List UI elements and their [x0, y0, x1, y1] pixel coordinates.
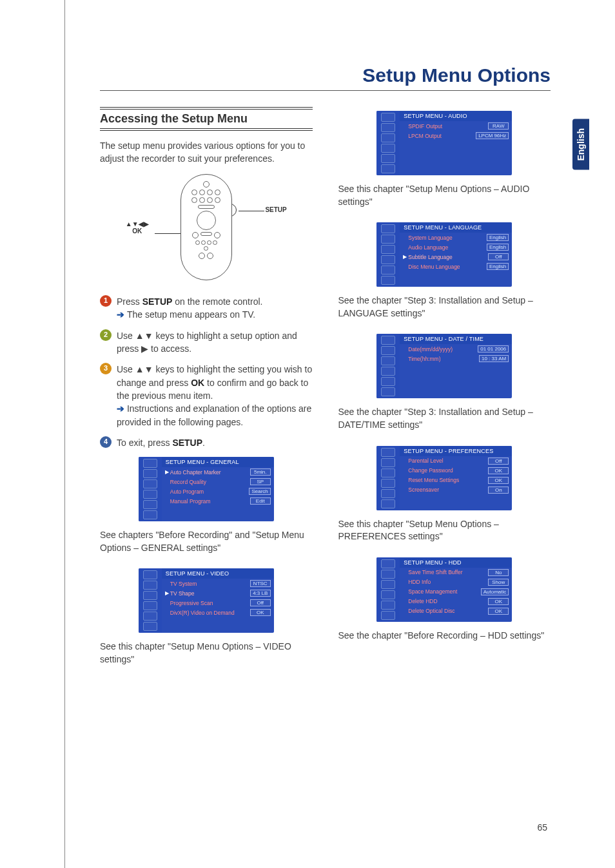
- menu-side-icon: [381, 346, 395, 355]
- step-2: 2 Use ▲▼ keys to highlight a setup optio…: [100, 329, 313, 356]
- menu-title: SETUP MENU - HDD: [400, 557, 512, 568]
- menu-side-icon: [143, 601, 157, 610]
- menu-side-icon: [381, 377, 395, 386]
- remote-dpad-icon: [197, 211, 216, 230]
- menu-side-icon: [143, 622, 157, 631]
- menu-row-empty: [400, 271, 512, 280]
- menu-side-icon: [381, 559, 395, 568]
- menu-side-icon: [381, 479, 395, 488]
- menu-sidebar: [376, 446, 400, 510]
- menu-side-icon: [381, 265, 395, 275]
- menu-row-value: English: [487, 234, 509, 241]
- menu-preferences: ☞SETUP MENU - PREFERENCESParental LevelO…: [376, 446, 512, 510]
- menu-row-value: 5min.: [250, 468, 271, 476]
- menu-row-label: Change Password: [408, 467, 488, 474]
- menu-row-label: DivX(R) Video on Demand: [170, 610, 250, 616]
- menu-row: Auto ProgramSearch: [162, 487, 274, 496]
- caption-hdd: See the chapter "Before Recording – HDD …: [338, 630, 551, 642]
- menu-row: Delete Optical DiscOK: [400, 606, 512, 616]
- menu-main: SETUP MENU - GENERAL▶Auto Chapter Marker…: [162, 457, 274, 521]
- step-1: 1 Press SETUP on the remote control. ➔ T…: [100, 295, 313, 322]
- menu-row: DivX(R) Video on DemandOK: [162, 608, 274, 617]
- menu-row-empty: [400, 372, 512, 381]
- menu-row-value: Automatic: [481, 588, 509, 595]
- page-title: Setup Menu Options: [100, 64, 551, 86]
- menu-row: LPCM OutputLPCM 96Hz: [400, 131, 512, 140]
- menu-side-icon: [381, 458, 395, 467]
- menu-row-empty: [400, 159, 512, 168]
- ok-label: OK: [132, 227, 142, 235]
- menu-row-label: Disc Menu Language: [408, 264, 487, 270]
- menu-row-empty: [400, 149, 512, 159]
- menu-row: Date(mm/dd/yyyy)01 01 2006: [400, 344, 512, 354]
- menu-sidebar: [139, 457, 162, 521]
- step-1-setup: SETUP: [142, 296, 173, 307]
- remote-setup-label: SETUP: [265, 206, 286, 213]
- menu-row-label: Record Quality: [170, 479, 250, 485]
- menu-row: Change PasswordOK: [400, 466, 512, 476]
- caption-video: See this chapter "Setup Menu Options – V…: [100, 641, 313, 666]
- menu-side-icon: [381, 611, 395, 620]
- menu-row-value: OK: [488, 608, 509, 615]
- menu-side-icon: [143, 459, 157, 468]
- step-1-bullet: 1: [100, 295, 112, 307]
- menu-side-icon: [381, 224, 395, 233]
- menu-side-icon: [381, 580, 395, 589]
- menu-side-icon: [381, 123, 395, 132]
- right-column: ☞SETUP MENU - AUDIOSPDIF OutputRAWLPCM O…: [338, 107, 551, 680]
- columns: Accessing the Setup Menu The setup menu …: [100, 107, 551, 680]
- menu-side-icon: [143, 591, 157, 600]
- menu-main: SETUP MENU - VIDEOTV SystemNTSC▶TV Shape…: [162, 568, 274, 633]
- menu-row-value: NTSC: [250, 580, 271, 587]
- menu-row-label: TV Shape: [170, 590, 250, 597]
- menu-side-icon: [143, 490, 157, 499]
- step-2-text-c: to access.: [148, 343, 191, 354]
- menu-title: SETUP MENU - DATE / TIME: [400, 334, 512, 344]
- menu-side-icon: [143, 500, 157, 509]
- menu-audio: ☞SETUP MENU - AUDIOSPDIF OutputRAWLPCM O…: [376, 111, 512, 175]
- menu-title: SETUP MENU - PREFERENCES: [400, 446, 512, 456]
- page-number: 65: [537, 822, 547, 833]
- menu-row-label: Subtitle Language: [408, 254, 488, 260]
- menu-row-empty: [400, 363, 512, 372]
- menu-row-label: Delete HDD: [408, 598, 488, 604]
- menu-row-value: English: [487, 263, 509, 270]
- menu-side-icon: [143, 570, 157, 579]
- row-pointer-icon: ▶: [165, 590, 170, 596]
- menu-side-icon: [381, 154, 395, 163]
- menu-side-icon: [143, 479, 157, 488]
- step-4-text-a: To exit, press: [117, 438, 172, 448]
- menu-row: Space ManagementAutomatic: [400, 587, 512, 597]
- intro-text: The setup menu provides various options …: [100, 140, 313, 165]
- menu-row: ▶Subtitle LanguageOff: [400, 252, 512, 262]
- step-1-result: The setup menu appears on TV.: [127, 309, 255, 320]
- step-3-result: Instructions and explanation of the opti…: [117, 403, 311, 427]
- menu-row-label: Date(mm/dd/yyyy): [408, 346, 478, 352]
- menu-row-value: Show: [488, 579, 509, 586]
- menu-row-label: Progressive Scan: [170, 600, 250, 606]
- menu-title: SETUP MENU - VIDEO: [162, 568, 274, 579]
- menu-row: Parental LevelOff: [400, 456, 512, 466]
- menu-main: SETUP MENU - LANGUAGESystem LanguageEngl…: [400, 222, 512, 287]
- menu-row-value: English: [487, 244, 509, 251]
- nav-arrows-icon: ▲▼◀▶: [126, 220, 149, 227]
- menu-row: ▶Auto Chapter Marker5min.: [162, 467, 274, 477]
- menu-side-icon: [381, 144, 395, 153]
- menu-row-label: Auto Program: [170, 488, 249, 495]
- menu-row: Delete HDDOK: [400, 597, 512, 606]
- menu-row: Progressive ScanOff: [162, 598, 274, 608]
- step-3: 3 Use ▲▼ keys to highlight the setting y…: [100, 363, 313, 428]
- menu-row: Save Time Shift BufferNo: [400, 568, 512, 577]
- menu-row-value: RAW: [488, 122, 509, 130]
- menu-main: SETUP MENU - DATE / TIMEDate(mm/dd/yyyy)…: [400, 334, 512, 398]
- menu-row-value: Off: [488, 253, 509, 260]
- caption-preferences: See this chapter "Setup Menu Options – P…: [338, 518, 551, 543]
- menu-row-label: Space Management: [408, 588, 480, 595]
- menu-side-icon: [381, 255, 395, 264]
- menu-main: SETUP MENU - PREFERENCESParental LevelOf…: [400, 446, 512, 510]
- menu-side-icon: [143, 581, 157, 590]
- remote-control-diagram: ▲▼◀▶ OK SETUP: [126, 174, 287, 284]
- menu-row-empty: [400, 140, 512, 149]
- menu-sidebar: [376, 557, 400, 622]
- step-4-bullet: 4: [100, 436, 112, 448]
